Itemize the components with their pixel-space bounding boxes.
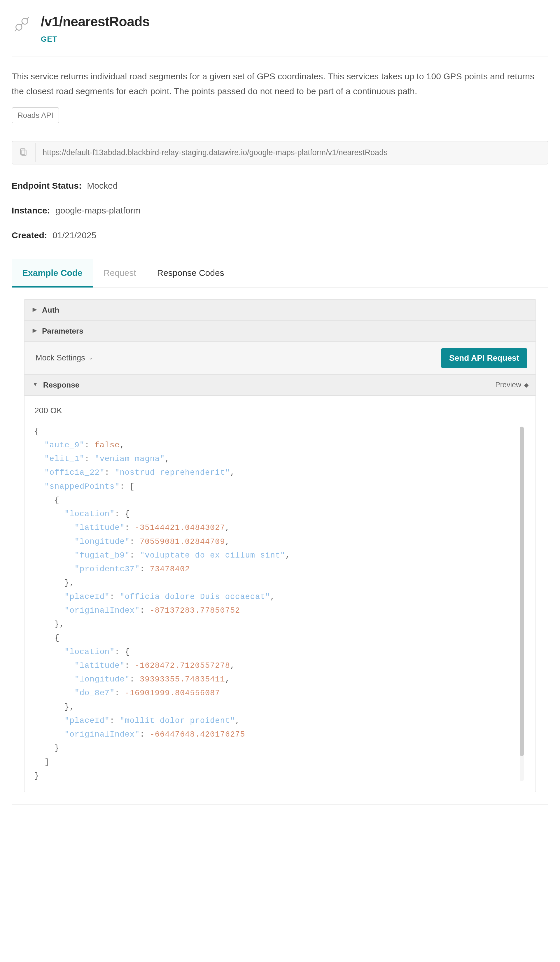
page-header: /v1/nearestRoads GET <box>12 12 548 54</box>
sort-icon: ◆ <box>524 381 527 389</box>
auth-accordion[interactable]: ▶ Auth <box>24 300 536 321</box>
scrollbar-thumb[interactable] <box>520 427 524 756</box>
tab-example-code[interactable]: Example Code <box>12 259 93 287</box>
link-icon <box>12 14 32 34</box>
auth-label: Auth <box>42 304 59 316</box>
title-block: /v1/nearestRoads GET <box>41 12 150 45</box>
page-title: /v1/nearestRoads <box>41 12 150 32</box>
parameters-label: Parameters <box>42 325 84 337</box>
preview-label: Preview <box>495 379 521 391</box>
tabs: Example Code Request Response Codes <box>12 259 548 287</box>
tab-request[interactable]: Request <box>93 259 147 287</box>
api-tag[interactable]: Roads API <box>12 107 59 123</box>
response-status: 200 OK <box>34 404 526 417</box>
created-value: 01/21/2025 <box>53 230 96 240</box>
mock-settings-dropdown[interactable]: Mock Settings ⌄ <box>33 352 93 364</box>
svg-rect-3 <box>20 149 25 154</box>
json-scroll-area[interactable]: { "aute_9": false, "elit_1": "veniam mag… <box>34 425 526 783</box>
mock-settings-row: Mock Settings ⌄ Send API Request <box>24 342 536 375</box>
response-body: 200 OK { "aute_9": false, "elit_1": "ven… <box>24 396 536 792</box>
parameters-accordion[interactable]: ▶ Parameters <box>24 321 536 342</box>
caret-right-icon: ▶ <box>33 306 37 313</box>
send-api-request-button[interactable]: Send API Request <box>441 348 527 368</box>
endpoint-description: This service returns individual road seg… <box>12 69 548 98</box>
mock-settings-label: Mock Settings <box>36 352 85 364</box>
preview-toggle[interactable]: Preview ◆ <box>495 379 527 391</box>
copy-url-button[interactable] <box>12 143 36 162</box>
request-response-box: ▶ Auth ▶ Parameters Mock Settings ⌄ Send… <box>24 299 536 793</box>
endpoint-url: https://default-f13abdad.blackbird-relay… <box>36 141 395 164</box>
instance-line: Instance: google-maps-platform <box>12 204 548 217</box>
header-divider <box>12 56 548 57</box>
response-json: { "aute_9": false, "elit_1": "veniam mag… <box>34 425 526 783</box>
endpoint-status-label: Endpoint Status: <box>12 181 82 190</box>
caret-right-icon: ▶ <box>33 327 37 334</box>
tab-response-codes[interactable]: Response Codes <box>147 259 234 287</box>
created-line: Created: 01/21/2025 <box>12 229 548 242</box>
created-label: Created: <box>12 230 47 240</box>
caret-down-icon: ▼ <box>33 381 38 388</box>
response-accordion[interactable]: ▼ Response Preview ◆ <box>24 375 536 396</box>
example-code-panel: ▶ Auth ▶ Parameters Mock Settings ⌄ Send… <box>12 287 548 805</box>
endpoint-status-line: Endpoint Status: Mocked <box>12 179 548 192</box>
url-bar: https://default-f13abdad.blackbird-relay… <box>12 141 548 165</box>
svg-rect-2 <box>22 150 26 156</box>
response-label: Response <box>43 379 79 391</box>
instance-value: google-maps-platform <box>55 206 140 215</box>
http-method-badge: GET <box>41 34 150 45</box>
chevron-down-icon: ⌄ <box>89 354 93 362</box>
instance-label: Instance: <box>12 206 50 215</box>
endpoint-status-value: Mocked <box>87 181 118 190</box>
